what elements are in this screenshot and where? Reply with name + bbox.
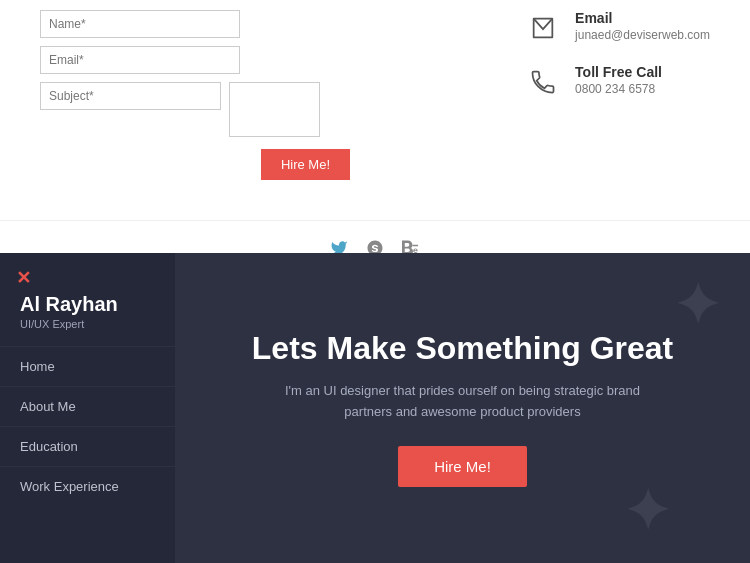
phone-label: Toll Free Call [575,64,662,80]
sidebar-item-home[interactable]: Home [0,346,175,386]
hire-me-top-button[interactable]: Hire Me! [261,149,350,180]
email-icon [525,10,561,46]
email-info: Email junaed@deviserweb.com [575,10,710,42]
hero-area: ✦ ✦ Lets Make Something Great I'm an UI … [175,253,750,563]
hero-subtitle: I'm an UI designer that prides ourself o… [273,381,653,423]
contact-section: Hire Me! Email junaed@deviserweb.com [0,0,750,220]
contact-form: Hire Me! [40,10,320,180]
watermark-top-right: ✦ [674,273,720,337]
contact-info: Email junaed@deviserweb.com Toll Free Ca… [525,10,710,100]
watermark-bottom-right: ✦ [624,479,670,543]
sidebar-navigation: Home About Me Education Work Experience [0,346,175,506]
dark-panel: ✕ Al Rayhan UI/UX Expert Home About Me E… [0,253,750,563]
message-textarea[interactable] [229,82,320,137]
sidebar-name: Al Rayhan [20,293,155,316]
sidebar-item-about-me[interactable]: About Me [0,386,175,426]
phone-contact-item: Toll Free Call 0800 234 6578 [525,64,710,100]
sidebar-item-work-experience[interactable]: Work Experience [0,466,175,506]
hire-me-hero-button[interactable]: Hire Me! [398,446,527,487]
subject-input[interactable] [40,82,221,110]
email-contact-item: Email junaed@deviserweb.com [525,10,710,46]
phone-value: 0800 234 6578 [575,82,662,96]
email-value: junaed@deviserweb.com [575,28,710,42]
hero-title: Lets Make Something Great [252,329,673,367]
sidebar-title: UI/UX Expert [20,318,155,330]
email-label: Email [575,10,710,26]
name-input[interactable] [40,10,240,38]
close-button[interactable]: ✕ [16,267,31,289]
sidebar: ✕ Al Rayhan UI/UX Expert Home About Me E… [0,253,175,563]
sidebar-item-education[interactable]: Education [0,426,175,466]
phone-info: Toll Free Call 0800 234 6578 [575,64,662,96]
email-input[interactable] [40,46,240,74]
phone-icon [525,64,561,100]
